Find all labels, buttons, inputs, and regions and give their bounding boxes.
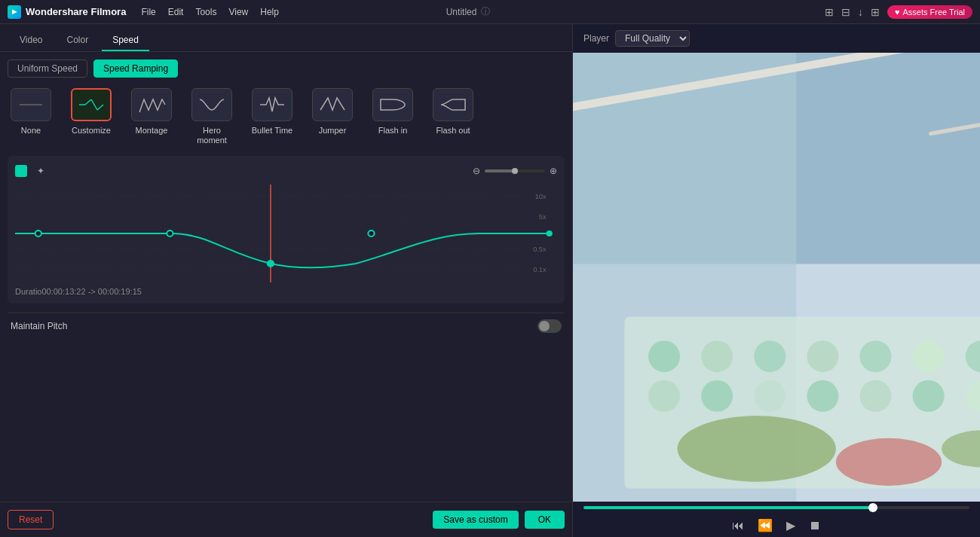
menu-edit[interactable]: Edit: [168, 7, 184, 17]
zoom-slider[interactable]: [485, 169, 545, 172]
tab-color[interactable]: Color: [56, 30, 99, 51]
svg-line-2: [85, 99, 91, 105]
maintain-pitch-label: Maintain Pitch: [11, 321, 67, 331]
panel-actions: Reset Save as custom OK: [0, 502, 572, 537]
speed-presets: None Customize: [8, 88, 565, 145]
preset-bullet[interactable]: Bullet Time: [249, 88, 296, 145]
player-header: Player Full Quality 1/2 Quality 1/4 Qual…: [573, 24, 980, 53]
toggle-knob: [539, 321, 550, 331]
preset-none-label: None: [21, 126, 41, 136]
svg-point-32: [648, 380, 680, 412]
preset-flash-out-icon: [433, 88, 473, 121]
preset-customize-label: Customize: [72, 126, 111, 136]
monitor-icon[interactable]: ⊞: [825, 6, 834, 18]
step-back-button[interactable]: ⏪: [758, 518, 773, 532]
preset-jumper[interactable]: Jumper: [309, 88, 356, 145]
grid-icon[interactable]: ⊞: [871, 6, 880, 18]
preset-flash-out[interactable]: Flash out: [430, 88, 476, 145]
menu-tools[interactable]: Tools: [195, 7, 216, 17]
video-scene: [573, 53, 980, 502]
svg-point-10: [35, 230, 41, 236]
graph-area[interactable]: 10x 5x 0.5x 0.1x: [15, 185, 557, 282]
graph-color-btn[interactable]: [15, 165, 27, 177]
panel-tabs: Video Color Speed: [0, 24, 572, 52]
progress-fill: [583, 506, 873, 509]
assets-trial-button[interactable]: ♥ Assets Free Trial: [887, 5, 972, 19]
zoom-controls: ⊖ ⊕: [473, 166, 557, 176]
app-title: Untitled ⓘ: [446, 5, 491, 18]
progress-bar[interactable]: [583, 506, 969, 509]
preset-montage[interactable]: Montage: [128, 88, 175, 145]
svg-point-11: [167, 230, 173, 236]
topbar: ▶ Wondershare Filmora File Edit Tools Vi…: [0, 0, 980, 24]
svg-text:10x: 10x: [535, 193, 547, 200]
uniform-speed-btn[interactable]: Uniform Speed: [8, 59, 87, 78]
progress-handle[interactable]: [868, 503, 877, 512]
heart-icon: ♥: [895, 8, 900, 17]
graph-container: ✦ ⊖ ⊕: [8, 156, 565, 304]
menu-bar: File Edit Tools View Help: [141, 7, 279, 17]
graph-toolbar: ✦ ⊖ ⊕: [15, 163, 557, 178]
svg-text:0.5x: 0.5x: [533, 246, 547, 253]
menu-help[interactable]: Help: [260, 7, 279, 17]
svg-line-4: [97, 105, 103, 110]
preset-none[interactable]: None: [8, 88, 54, 145]
zoom-in-btn[interactable]: ⊕: [550, 166, 557, 176]
speed-ramping-btn[interactable]: Speed Ramping: [93, 59, 178, 78]
preset-customize[interactable]: Customize: [68, 88, 115, 145]
skip-back-button[interactable]: ⏮: [732, 519, 744, 532]
ok-button[interactable]: OK: [525, 511, 565, 529]
save-custom-button[interactable]: Save as custom: [433, 511, 518, 529]
preset-hero-icon: [191, 88, 232, 121]
right-panel: Player Full Quality 1/2 Quality 1/4 Qual…: [573, 24, 980, 537]
svg-point-25: [648, 340, 680, 372]
topbar-actions: ⊞ ⊟ ↓ ⊞ ♥ Assets Free Trial: [825, 5, 972, 19]
play-button[interactable]: ▶: [786, 518, 795, 532]
preset-jumper-icon: [312, 88, 353, 121]
svg-text:5x: 5x: [539, 213, 547, 221]
svg-point-12: [267, 260, 274, 267]
preset-bullet-icon: [252, 88, 292, 121]
tab-speed[interactable]: Speed: [102, 30, 149, 51]
duration-text: Duratio00:00:13:22 -> 00:00:19:15: [15, 287, 557, 296]
reset-button[interactable]: Reset: [8, 510, 54, 529]
preset-hero-label: Hero moment: [188, 126, 235, 145]
app-name: Wondershare Filmora: [26, 6, 126, 17]
menu-view[interactable]: View: [228, 7, 248, 17]
svg-point-27: [754, 340, 786, 372]
preset-flash-in[interactable]: Flash in: [369, 88, 416, 145]
zoom-out-btn[interactable]: ⊖: [473, 166, 480, 176]
action-buttons: Save as custom OK: [433, 511, 565, 529]
svg-point-34: [754, 380, 786, 412]
maintain-pitch-toggle[interactable]: [537, 319, 562, 333]
quality-select[interactable]: Full Quality 1/2 Quality 1/4 Quality: [615, 30, 690, 47]
svg-point-14: [547, 230, 553, 236]
zoom-handle[interactable]: [512, 168, 518, 174]
download-icon[interactable]: ↓: [858, 6, 863, 18]
svg-point-35: [807, 380, 838, 412]
player-progress: [573, 502, 980, 514]
layout-icon[interactable]: ⊟: [841, 6, 850, 18]
svg-point-28: [807, 340, 838, 372]
preset-bullet-label: Bullet Time: [252, 126, 292, 136]
preset-flash-in-label: Flash in: [378, 126, 408, 136]
speed-section: Uniform Speed Speed Ramping None: [0, 52, 572, 502]
svg-line-3: [91, 99, 97, 110]
svg-point-36: [859, 380, 891, 412]
speed-mode-row: Uniform Speed Speed Ramping: [8, 59, 565, 78]
svg-point-30: [913, 340, 945, 372]
player-video: [573, 53, 980, 502]
graph-star-btn[interactable]: ✦: [33, 163, 48, 178]
svg-point-40: [836, 438, 942, 486]
tab-video[interactable]: Video: [9, 30, 53, 51]
svg-point-26: [701, 340, 733, 372]
preset-hero[interactable]: Hero moment: [188, 88, 235, 145]
menu-file[interactable]: File: [141, 7, 155, 17]
preset-jumper-label: Jumper: [319, 126, 347, 136]
preset-flash-out-label: Flash out: [436, 126, 470, 136]
player-label: Player: [583, 33, 609, 44]
stop-button[interactable]: ⏹: [809, 519, 821, 532]
maintain-pitch-row: Maintain Pitch: [8, 313, 565, 339]
preset-montage-label: Montage: [136, 126, 168, 136]
svg-point-13: [368, 230, 374, 236]
